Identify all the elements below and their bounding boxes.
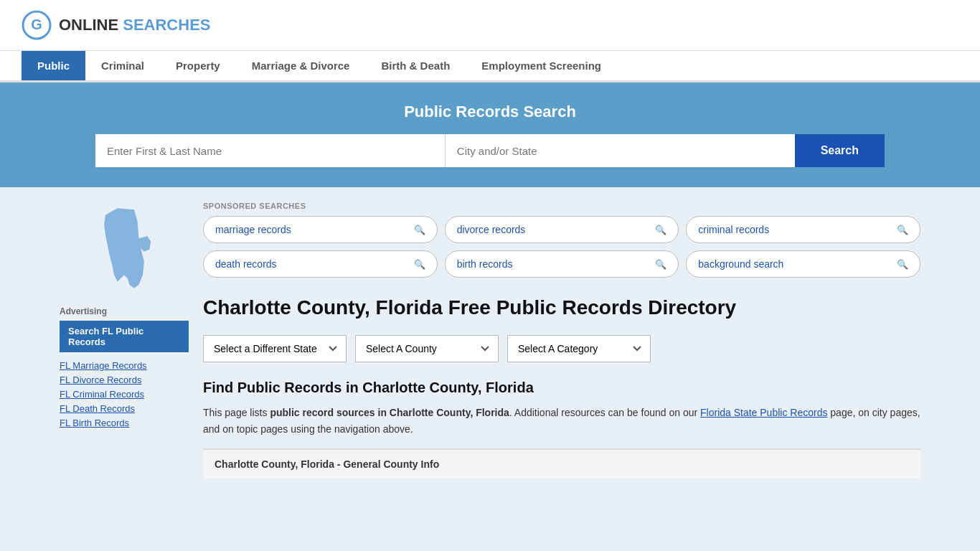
main-content: SPONSORED SEARCHES marriage records 🔍 di…	[203, 202, 920, 479]
page-title: Charlotte County, Florida Free Public Re…	[203, 295, 736, 321]
list-item: FL Death Records	[60, 402, 189, 414]
list-item: FL Divorce Records	[60, 374, 189, 385]
sponsored-item-death[interactable]: death records 🔍	[203, 250, 438, 278]
location-input[interactable]	[446, 134, 795, 167]
find-section: Find Public Records in Charlotte County,…	[203, 380, 920, 479]
logo-icon: G	[22, 10, 52, 40]
florida-map-icon	[81, 202, 167, 295]
general-info-bar: Charlotte County, Florida - General Coun…	[203, 448, 920, 479]
sponsored-item-birth[interactable]: birth records 🔍	[445, 250, 679, 278]
list-item: FL Marriage Records	[60, 359, 189, 371]
header: G ONLINE SEARCHES	[0, 0, 980, 51]
fl-divorce-link[interactable]: FL Divorce Records	[60, 375, 141, 385]
sponsored-item-divorce[interactable]: divorce records 🔍	[445, 216, 679, 243]
nav-item-public[interactable]: Public	[22, 51, 85, 80]
fl-marriage-link[interactable]: FL Marriage Records	[60, 360, 147, 371]
fl-criminal-link[interactable]: FL Criminal Records	[60, 389, 144, 400]
nav-item-employment[interactable]: Employment Screening	[466, 51, 617, 80]
logo-text: ONLINE SEARCHES	[59, 16, 211, 34]
search-banner: Public Records Search Search	[0, 83, 980, 187]
nav-item-property[interactable]: Property	[160, 51, 236, 80]
selectors-row: Select a Different State Select A County…	[203, 335, 920, 362]
search-form: Search	[95, 134, 885, 167]
name-input[interactable]	[95, 134, 446, 167]
list-item: FL Criminal Records	[60, 388, 189, 400]
main-container: Advertising Search FL Public Records FL …	[45, 187, 935, 479]
sponsored-item-marriage[interactable]: marriage records 🔍	[203, 216, 438, 243]
florida-state-link[interactable]: Florida State Public Records	[700, 407, 827, 418]
find-description: This page lists public record sources in…	[203, 405, 920, 437]
sponsored-item-criminal[interactable]: criminal records 🔍	[686, 216, 920, 243]
find-title: Find Public Records in Charlotte County,…	[203, 380, 920, 396]
county-selector[interactable]: Select A County	[355, 335, 499, 362]
search-icon: 🔍	[414, 259, 425, 270]
fl-death-link[interactable]: FL Death Records	[60, 403, 135, 414]
search-icon: 🔍	[897, 259, 908, 270]
sponsored-item-background[interactable]: background search 🔍	[686, 250, 920, 278]
fl-birth-link[interactable]: FL Birth Records	[60, 418, 129, 428]
svg-text:G: G	[31, 17, 42, 32]
search-button[interactable]: Search	[795, 134, 885, 167]
main-nav: Public Criminal Property Marriage & Divo…	[0, 51, 980, 83]
nav-item-birth-death[interactable]: Birth & Death	[365, 51, 466, 80]
sponsored-label: SPONSORED SEARCHES	[203, 202, 920, 210]
sidebar-links: FL Marriage Records FL Divorce Records F…	[60, 359, 189, 428]
category-selector[interactable]: Select A Category	[507, 335, 651, 362]
search-fl-button[interactable]: Search FL Public Records	[60, 321, 189, 352]
sidebar: Advertising Search FL Public Records FL …	[60, 202, 203, 479]
search-icon: 🔍	[414, 225, 425, 235]
nav-item-marriage-divorce[interactable]: Marriage & Divorce	[236, 51, 366, 80]
list-item: FL Birth Records	[60, 417, 189, 428]
page-title-area: Charlotte County, Florida Free Public Re…	[203, 295, 920, 321]
state-selector[interactable]: Select a Different State	[203, 335, 347, 362]
nav-item-criminal[interactable]: Criminal	[85, 51, 160, 80]
search-icon: 🔍	[655, 259, 666, 270]
advertising-label: Advertising	[60, 306, 189, 316]
search-icon: 🔍	[897, 225, 908, 235]
search-icon: 🔍	[655, 225, 666, 235]
search-banner-title: Public Records Search	[22, 103, 958, 121]
logo: G ONLINE SEARCHES	[22, 10, 211, 40]
sponsored-grid: marriage records 🔍 divorce records 🔍 cri…	[203, 216, 920, 278]
